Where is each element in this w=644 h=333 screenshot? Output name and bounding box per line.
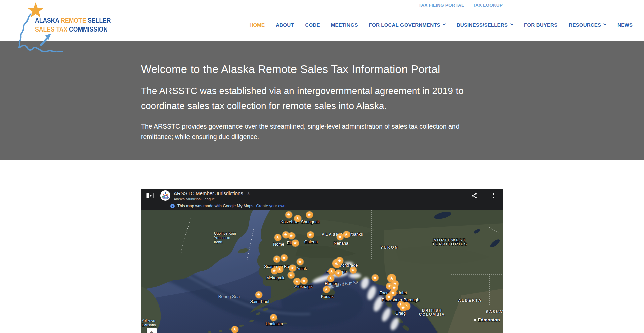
map-marker-star[interactable]: ★ <box>327 275 334 282</box>
hero-body-text: The ARSSTC provides governance over the … <box>141 121 491 142</box>
google-my-maps-embed: ALASKA MUNICIPAL LEAGUE ARSSTC Member Ju… <box>141 189 503 333</box>
map-place-label: Mekoryuk <box>266 276 284 280</box>
nav-item-news[interactable]: NEWS <box>617 22 633 28</box>
map-marker-star[interactable]: ★ <box>292 240 299 247</box>
city-dot-icon <box>474 319 476 321</box>
map-marker-star[interactable]: ★ <box>297 258 304 265</box>
map-region-label: NORTHWEST TERRITORIES <box>432 238 468 246</box>
map-marker-star[interactable]: ★ <box>372 274 379 281</box>
map-marker-star[interactable]: ★ <box>350 267 357 274</box>
map-place-label: Homer <box>325 281 337 286</box>
map-small-label: Yelizovo Елизово <box>142 319 156 327</box>
nav-item-home[interactable]: HOME <box>249 22 265 28</box>
map-region-label: BRITISH COLUMBIA <box>419 308 445 316</box>
hero-subtitle: The ARSSTC was established via an interg… <box>141 83 476 113</box>
site-logo[interactable]: ALASKA REMOTE SELLER SALES TAX COMMISSIO… <box>11 1 99 52</box>
map-marker-star[interactable]: ★ <box>288 272 295 279</box>
logo-word: COMMISSION <box>69 25 108 33</box>
map-marker-star[interactable]: ★ <box>281 254 288 261</box>
utility-nav: TAX FILING PORTALTAX LOOKUP <box>419 3 503 8</box>
map-small-label: Ugolnye Kopi Угольные Копи <box>214 231 236 244</box>
map-markers-layer: ★★★★★★★★★★★★★★★★★★★★★★★★★★★★★★★★★★★★★★★ <box>141 210 503 333</box>
map-title: ARSSTC Member Jurisdictions <box>174 190 243 196</box>
page-title: Welcome to the Alaska Remote Sales Tax I… <box>141 62 496 76</box>
map-marker-star[interactable]: ★ <box>294 215 301 222</box>
map-place-label: Craig <box>395 311 406 316</box>
nav-item-for-buyers[interactable]: FOR BUYERS <box>524 22 557 28</box>
nav-item-business-sellers[interactable]: BUSINESS/SELLERS <box>457 22 513 28</box>
nav-item-meetings[interactable]: MEETINGS <box>331 22 358 28</box>
map-header: ALASKA MUNICIPAL LEAGUE ARSSTC Member Ju… <box>141 189 503 202</box>
nav-item-label: FOR BUYERS <box>524 22 557 28</box>
map-city-label: Edmonton <box>474 317 500 322</box>
map-zoom-control[interactable]: + <box>147 328 157 333</box>
main-nav: HOMEABOUTCODEMEETINGSFOR LOCAL GOVERNMEN… <box>249 22 633 28</box>
utility-link-tax-lookup[interactable]: TAX LOOKUP <box>473 3 503 8</box>
open-side-panel-icon[interactable] <box>146 192 154 199</box>
nav-item-label: RESOURCES <box>569 22 601 28</box>
map-marker-star[interactable]: ★ <box>343 231 350 238</box>
share-icon[interactable] <box>471 192 477 199</box>
zoom-in-button[interactable]: + <box>150 328 154 333</box>
map-region-label: ALBERTA <box>458 298 482 302</box>
favorite-star-icon[interactable]: ★ <box>247 191 251 196</box>
map-owner: Alaska Municipal League <box>174 197 250 201</box>
map-marker-star[interactable]: ★ <box>231 326 238 333</box>
logo-word: REMOTE <box>61 17 86 24</box>
create-your-own-link[interactable]: Create your own. <box>256 204 286 208</box>
map-marker-star[interactable]: ★ <box>336 257 343 264</box>
chevron-down-icon <box>442 22 446 26</box>
nav-item-about[interactable]: ABOUT <box>276 22 294 28</box>
map-marker-star[interactable]: ★ <box>301 277 308 284</box>
nav-item-for-local-governments[interactable]: FOR LOCAL GOVERNMENTS <box>369 22 445 28</box>
nav-item-code[interactable]: CODE <box>305 22 320 28</box>
map-marker-star[interactable]: ★ <box>306 211 313 218</box>
logo-word: ALASKA <box>35 17 59 24</box>
map-marker-star[interactable]: ★ <box>273 256 280 263</box>
map-attribution-text: This map was made with Google My Maps. <box>177 204 254 208</box>
map-marker-star[interactable]: ★ <box>337 233 344 240</box>
info-icon[interactable]: i <box>170 204 175 208</box>
map-marker-star[interactable]: ★ <box>285 211 292 218</box>
chevron-down-icon <box>510 22 514 26</box>
map-marker-star[interactable]: ★ <box>328 268 335 275</box>
map-marker-star[interactable]: ★ <box>335 270 342 277</box>
hero-content: Welcome to the Alaska Remote Sales Tax I… <box>141 41 496 142</box>
page: ALASKA REMOTE SELLER SALES TAX COMMISSIO… <box>0 0 644 333</box>
avatar[interactable]: ALASKA MUNICIPAL LEAGUE <box>160 190 170 201</box>
map-water-label: Bering Sea <box>218 294 240 299</box>
nav-item-label: MEETINGS <box>331 22 358 28</box>
map-marker-star[interactable]: ★ <box>386 293 393 300</box>
map-place-label: Unalaska <box>266 322 283 326</box>
map-place-label: Aniak <box>296 266 307 271</box>
map-marker-star[interactable]: ★ <box>276 266 283 273</box>
fullscreen-icon[interactable] <box>489 193 494 198</box>
map-marker-star[interactable]: ★ <box>274 234 281 241</box>
map-marker-star[interactable]: ★ <box>293 278 301 285</box>
map-marker-star[interactable]: ★ <box>307 231 314 238</box>
map-marker-star[interactable]: ★ <box>270 314 277 321</box>
nav-item-label: FOR LOCAL GOVERNMENTS <box>369 22 440 28</box>
map-place-label: Kodiak <box>321 294 334 299</box>
map-place-label: Galena <box>304 240 318 244</box>
logo-word: SELLER <box>88 17 111 24</box>
nav-item-label: BUSINESS/SELLERS <box>457 22 508 28</box>
map-marker-star[interactable]: ★ <box>400 304 407 311</box>
map-region-label: SASKAT <box>486 310 503 314</box>
map-marker-star[interactable]: ★ <box>323 286 330 293</box>
site-header: ALASKA REMOTE SELLER SALES TAX COMMISSIO… <box>0 0 644 41</box>
map-marker-star[interactable]: ★ <box>289 265 296 272</box>
map-marker-star[interactable]: ★ <box>255 291 262 298</box>
map-region-label: YUKON <box>380 245 398 249</box>
chevron-down-icon <box>603 22 607 26</box>
hero-section: Welcome to the Alaska Remote Sales Tax I… <box>0 41 644 160</box>
map-header-actions <box>471 192 503 199</box>
nav-item-resources[interactable]: RESOURCES <box>569 22 606 28</box>
map-marker-star[interactable]: ★ <box>288 232 295 239</box>
map-place-label: Nome <box>273 242 284 247</box>
utility-link-tax-filing-portal[interactable]: TAX FILING PORTAL <box>419 3 464 8</box>
logo-wordmark: ALASKA REMOTE SELLER SALES TAX COMMISSIO… <box>35 16 111 34</box>
map-place-label: Saint Paul <box>250 299 269 304</box>
nav-item-label: CODE <box>305 22 320 28</box>
map-canvas[interactable]: KotzebueShungnakNomeElimGalenaNenanaFair… <box>141 210 503 333</box>
